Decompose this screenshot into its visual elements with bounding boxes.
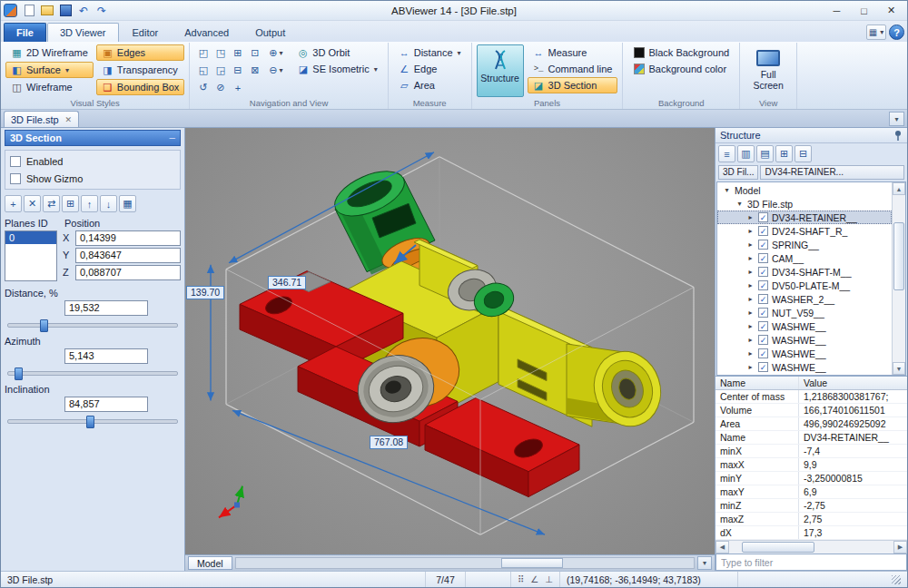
pan-right-icon[interactable]: ◲	[212, 63, 229, 79]
visibility-checkbox[interactable]	[758, 294, 768, 304]
chevron-right-icon[interactable]	[746, 363, 755, 371]
3d-section-button[interactable]: ◪ 3D Section	[528, 77, 618, 93]
property-row[interactable]: dX 17,3	[716, 526, 907, 540]
angle-snap-icon[interactable]: ∠	[530, 574, 538, 584]
zoom-previous-icon[interactable]: ⊟	[229, 63, 246, 79]
tree-file-row[interactable]: 3D File.stp	[717, 197, 892, 211]
zoom-in-button[interactable]: ⊕▾	[263, 45, 288, 62]
zoom-all-icon[interactable]: ⊠	[246, 63, 263, 79]
scroll-left-icon[interactable]: ◀	[716, 541, 729, 554]
resize-grip[interactable]	[892, 575, 901, 584]
plane-grid-icon[interactable]: ▦	[119, 195, 136, 212]
pan-icon[interactable]: ◰	[194, 45, 212, 62]
property-row[interactable]: maxY 6,9	[716, 485, 907, 499]
visibility-checkbox[interactable]	[758, 212, 768, 222]
scrollbar-thumb[interactable]	[742, 542, 814, 553]
chevron-right-icon[interactable]	[746, 213, 755, 221]
ribbon-tab[interactable]: Output	[242, 23, 298, 42]
model-tab[interactable]: Model	[188, 556, 232, 570]
se-isometric-button[interactable]: ◪ SE Isometric ▾	[291, 61, 382, 77]
2d-wireframe-button[interactable]: ▦ 2D Wireframe	[5, 44, 94, 61]
tab-close-icon[interactable]: ✕	[65, 115, 73, 124]
flip-plane-icon[interactable]: ⇄	[43, 195, 60, 212]
3d-orbit-button[interactable]: ◎ 3D Orbit	[291, 44, 382, 61]
rotate-view-icon[interactable]: ◳	[212, 45, 229, 62]
measure-area-button[interactable]: ▱ Area	[393, 77, 467, 93]
tree-item[interactable]: WASHWE__	[717, 347, 892, 360]
add-plane-icon[interactable]: +	[5, 195, 22, 212]
undo-icon[interactable]: ↶	[75, 3, 92, 19]
background-color-button[interactable]: Background color	[627, 61, 735, 77]
properties-scrollbar[interactable]: ◀ ▶	[716, 540, 907, 554]
panel-collapse-icon[interactable]: ─	[170, 133, 175, 142]
tree-root-row[interactable]: Model	[717, 183, 892, 197]
ribbon-tab[interactable]: 3D Viewer	[47, 23, 119, 42]
list-view-icon[interactable]: ≡	[718, 145, 735, 162]
measure-edge-button[interactable]: ∠ Edge	[393, 61, 467, 77]
move-down-icon[interactable]: ↓	[100, 195, 117, 212]
name-column-header[interactable]: Name	[716, 377, 799, 389]
inclination-slider[interactable]	[7, 419, 178, 424]
visibility-checkbox[interactable]	[758, 348, 768, 358]
property-row[interactable]: Center of mass 1,21868300381767;	[716, 390, 907, 404]
refresh-view-icon[interactable]: ↺	[194, 80, 212, 96]
chevron-right-icon[interactable]	[746, 254, 755, 262]
scroll-up-icon[interactable]: ▲	[893, 182, 905, 195]
slider-thumb[interactable]	[40, 319, 48, 332]
open-file-icon[interactable]	[39, 3, 55, 19]
chevron-right-icon[interactable]	[746, 349, 755, 358]
plane-list-item[interactable]: 0	[5, 231, 56, 244]
value-column-header[interactable]: Value	[799, 377, 907, 389]
save-icon[interactable]	[57, 3, 74, 19]
collapse-all-icon[interactable]: ⊟	[794, 145, 812, 162]
slider-thumb[interactable]	[86, 416, 94, 428]
chevron-right-icon[interactable]	[746, 281, 755, 289]
property-row[interactable]: Area 496,990246925092	[716, 417, 907, 431]
chevron-right-icon[interactable]	[746, 240, 755, 249]
breadcrumb-root[interactable]: 3D Fil...	[718, 165, 758, 180]
property-row[interactable]: minY -3,250000815	[716, 472, 907, 485]
tree-item[interactable]: WASHWE__	[717, 360, 892, 374]
scrollbar-thumb[interactable]	[893, 222, 904, 290]
layout-scrollbar[interactable]	[235, 557, 695, 569]
expand-all-icon[interactable]: ⊞	[775, 145, 793, 162]
ortho-icon[interactable]: ⊥	[545, 574, 553, 584]
y-position-input[interactable]: 0,843647	[75, 248, 181, 263]
tree-item[interactable]: DV50-PLATE-M__	[717, 279, 892, 292]
hand-pan-icon[interactable]: +	[229, 80, 246, 96]
tab-list-expander[interactable]: ▾	[889, 112, 904, 126]
ribbon-tab[interactable]: File	[4, 23, 46, 42]
command-line-button[interactable]: >_ Command line	[528, 61, 618, 77]
zoom-extents-icon[interactable]: ⊡	[246, 45, 263, 62]
visibility-checkbox[interactable]	[758, 308, 768, 318]
visibility-checkbox[interactable]	[758, 335, 768, 345]
disable-clip-icon[interactable]: ⊘	[212, 80, 229, 96]
bounding-box-button[interactable]: ❑ Bounding Box	[96, 79, 185, 95]
visibility-checkbox[interactable]	[758, 362, 768, 372]
chevron-right-icon[interactable]	[746, 227, 755, 235]
tree-item[interactable]: DV24-SHAFT_R_	[717, 224, 892, 238]
move-up-icon[interactable]: ↑	[81, 195, 98, 212]
tree-item[interactable]: NUT_V59__	[717, 306, 892, 319]
show-gizmo-checkbox-row[interactable]: Show Gizmo	[10, 172, 175, 185]
tree-item[interactable]: WASHWE__	[717, 319, 892, 333]
rows-view-icon[interactable]: ▤	[756, 145, 774, 162]
scroll-right-icon[interactable]: ▶	[893, 541, 907, 554]
distance-input[interactable]: 19,532	[64, 300, 148, 316]
minimize-button[interactable]: ─	[824, 3, 850, 19]
tree-scrollbar[interactable]: ▲ ▼	[892, 182, 905, 375]
visibility-checkbox[interactable]	[758, 280, 768, 290]
structure-panel-button[interactable]: Structure	[477, 44, 524, 97]
layout-expander-icon[interactable]: ▾	[697, 556, 712, 570]
chevron-right-icon[interactable]	[746, 322, 755, 330]
visibility-checkbox[interactable]	[758, 253, 768, 263]
delete-plane-icon[interactable]: ✕	[24, 195, 41, 212]
help-button[interactable]: ?	[889, 24, 904, 40]
measure-panel-button[interactable]: ↔ Measure	[528, 44, 618, 61]
show-gizmo-checkbox[interactable]	[10, 173, 21, 184]
z-position-input[interactable]: 0,088707	[75, 265, 181, 280]
visibility-checkbox[interactable]	[758, 267, 768, 277]
layout-menu-button[interactable]: ▦ ▾	[866, 24, 886, 40]
full-screen-button[interactable]: Full Screen	[745, 44, 792, 97]
x-position-input[interactable]: 0,14399	[75, 230, 181, 246]
